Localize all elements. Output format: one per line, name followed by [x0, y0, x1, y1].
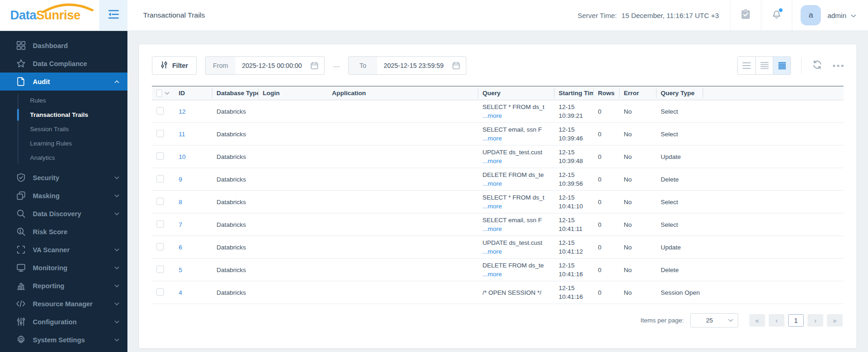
row-checkbox[interactable]: [157, 107, 164, 115]
sidebar-subitem-session-trails[interactable]: Session Trails: [0, 122, 127, 136]
row-id-link[interactable]: 7: [179, 221, 182, 228]
sidebar-item-reporting[interactable]: Reporting: [0, 277, 127, 295]
row-checkbox[interactable]: [157, 152, 164, 160]
more-actions-button[interactable]: [833, 65, 844, 67]
row-id-link[interactable]: 5: [179, 267, 182, 273]
column-header-starting-time[interactable]: Starting Time: [554, 86, 593, 100]
more-link[interactable]: ...more: [482, 247, 502, 256]
row-id-link[interactable]: 4: [179, 289, 182, 296]
column-header-id[interactable]: ID: [174, 86, 212, 100]
toolbar-divider: [801, 58, 802, 73]
more-link[interactable]: ...more: [482, 111, 502, 120]
sidebar-subitem-learning-rules[interactable]: Learning Rules: [0, 136, 127, 151]
sidebar-item-va-scanner[interactable]: VA Scanner: [0, 241, 127, 259]
row-query: SELECT email, ssn F ...more: [478, 123, 554, 146]
more-link[interactable]: ...more: [482, 270, 502, 279]
table-row: 4 Databricks /* OPEN SESSION */ 12-15 10…: [152, 281, 844, 304]
density-loose-button[interactable]: [738, 57, 755, 74]
column-header-rows[interactable]: Rows: [593, 86, 619, 100]
date-to-label: To: [349, 57, 377, 74]
column-header-database-type[interactable]: Database Type: [212, 86, 258, 100]
current-page-button[interactable]: 1: [788, 314, 804, 327]
row-application: [327, 123, 478, 146]
row-checkbox[interactable]: [157, 220, 164, 228]
refresh-button[interactable]: [812, 60, 823, 72]
row-id-link[interactable]: 12: [179, 108, 186, 115]
column-header-query-type[interactable]: Query Type: [656, 86, 703, 100]
sidebar-item-resource-manager[interactable]: Resource Manager: [0, 295, 127, 313]
previous-page-button[interactable]: ‹: [769, 314, 784, 327]
row-rows-count: 0: [593, 281, 619, 304]
row-login: [258, 123, 327, 146]
density-dense-button[interactable]: [773, 57, 790, 74]
calendar-icon[interactable]: [310, 61, 319, 70]
row-application: [327, 236, 478, 259]
sidebar-subitem-analytics[interactable]: Analytics: [0, 151, 127, 165]
column-header-login[interactable]: Login: [258, 86, 327, 100]
sidebar-subitem-rules[interactable]: Rules: [0, 93, 127, 108]
column-header-query[interactable]: Query: [478, 86, 554, 100]
start-date: 12-15: [559, 238, 589, 247]
table-row: 5 Databricks DELETE FROM ds_te ...more 1…: [152, 259, 844, 281]
sidebar-item-security[interactable]: Security: [0, 169, 127, 187]
scanner-icon: [15, 244, 26, 255]
notifications-button[interactable]: [761, 0, 792, 30]
column-header-application[interactable]: Application: [327, 86, 478, 100]
more-link[interactable]: ...more: [482, 157, 502, 165]
row-id-link[interactable]: 11: [179, 131, 185, 138]
row-starting-time: 12-15 10:39:56: [554, 168, 593, 191]
row-checkbox[interactable]: [157, 288, 164, 296]
more-link[interactable]: ...more: [482, 225, 502, 233]
chevron-down-icon: [115, 339, 119, 341]
user-menu[interactable]: a admin: [792, 0, 868, 30]
items-per-page-select[interactable]: 25: [690, 313, 738, 328]
calendar-icon[interactable]: [452, 61, 460, 70]
date-from-field[interactable]: From 2025-12-15 00:00:00: [205, 56, 325, 75]
row-checkbox[interactable]: [157, 130, 164, 137]
sidebar-item-data-discovery[interactable]: Data Discovery: [0, 205, 127, 223]
first-page-button[interactable]: «: [749, 314, 765, 327]
sidebar-item-data-compliance[interactable]: Data Compliance: [0, 55, 127, 73]
density-medium-button[interactable]: [755, 57, 773, 74]
row-query: SELECT email, ssn F ...more: [478, 213, 554, 236]
row-checkbox[interactable]: [157, 266, 164, 273]
row-checkbox[interactable]: [157, 175, 164, 182]
more-link[interactable]: ...more: [482, 134, 502, 143]
tasks-button[interactable]: [730, 0, 761, 30]
filter-button-label: Filter: [172, 62, 188, 69]
filter-button[interactable]: Filter: [152, 56, 197, 75]
sidebar-item-masking[interactable]: Masking: [0, 187, 127, 205]
date-to-field[interactable]: To 2025-12-15 23:59:59: [348, 56, 466, 75]
sidebar-item-system-settings[interactable]: System Settings: [0, 331, 127, 349]
column-header-error[interactable]: Error: [619, 86, 656, 100]
collapse-sidebar-icon: [108, 9, 120, 21]
row-id-link[interactable]: 6: [179, 244, 182, 251]
transactional-trails-table: ID Database Type Login Application Query…: [152, 86, 844, 304]
sidebar-item-dashboard[interactable]: Dashboard: [0, 36, 127, 55]
select-dropdown-chevron-icon[interactable]: [165, 92, 169, 95]
sidebar-item-risk-score[interactable]: Risk Score: [0, 223, 127, 241]
next-page-button[interactable]: ›: [808, 314, 823, 327]
last-page-button[interactable]: »: [827, 314, 843, 327]
row-id-link[interactable]: 8: [179, 199, 182, 206]
sidebar-item-monitoring[interactable]: Monitoring: [0, 259, 127, 277]
sidebar-item-configuration[interactable]: Configuration: [0, 313, 127, 331]
start-time: 10:41:16: [559, 270, 589, 279]
query-text: DELETE FROM ds_te: [482, 261, 549, 270]
row-id-link[interactable]: 10: [179, 153, 186, 160]
row-id-link[interactable]: 9: [179, 176, 182, 183]
row-checkbox[interactable]: [157, 198, 164, 205]
sidebar-subitem-transactional-trails[interactable]: Transactional Trails: [0, 108, 127, 122]
sidebar-item-audit[interactable]: Audit: [0, 73, 127, 91]
more-link[interactable]: ...more: [482, 202, 502, 211]
row-checkbox[interactable]: [157, 243, 164, 250]
top-bar: DataSunrise Transactional Trails Server …: [0, 0, 868, 31]
row-query-type: Select: [656, 213, 703, 236]
select-all-checkbox[interactable]: [157, 90, 162, 97]
star-icon: [15, 58, 26, 69]
row-database-type: Databricks: [212, 191, 258, 213]
results-card: Filter From 2025-12-15 00:00:00 — To 202…: [139, 44, 857, 349]
datasunrise-logo[interactable]: DataSunrise: [0, 8, 80, 23]
sidebar-collapse-button[interactable]: [99, 0, 127, 30]
more-link[interactable]: ...more: [482, 179, 502, 188]
